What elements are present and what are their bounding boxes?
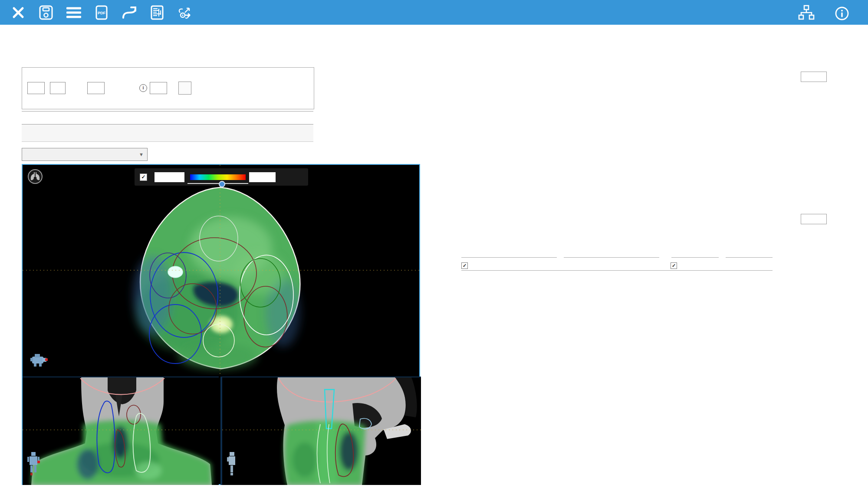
orientation-figure-icon (226, 452, 239, 479)
log-report-icon[interactable] (148, 4, 167, 21)
clearcalc-show-all-checkbox[interactable]: ✓ (671, 262, 677, 269)
modality-lungs-icon[interactable] (27, 168, 43, 187)
threshold-input[interactable] (87, 82, 105, 94)
colorbar-slider-thumb[interactable] (219, 181, 225, 187)
pdf-report-icon[interactable]: PDF (92, 4, 111, 21)
gamma-criteria-panel: i (22, 67, 314, 109)
colorbar-slider-track[interactable] (187, 183, 248, 184)
atom-export-icon[interactable] (175, 4, 194, 21)
coronal-ct-dose-image (23, 377, 219, 485)
dvh-plot-area (435, 50, 809, 228)
app-window: PDF (0, 0, 868, 488)
dose-image-viewer: ✓ (22, 164, 420, 485)
top-toolbar: PDF (0, 0, 868, 25)
dose-display-toolbar: ✓ (135, 168, 308, 186)
structure-table-header: ✓ ✓ (461, 262, 773, 271)
gamma-results-table (22, 111, 313, 142)
table-group-headers (461, 253, 773, 262)
axial-ct-dose-image (23, 165, 419, 375)
dose-colorbar[interactable] (190, 174, 246, 180)
info-icon[interactable] (832, 5, 852, 22)
dose-high-input[interactable] (249, 172, 276, 182)
gamma-table-row[interactable] (22, 124, 313, 141)
dvh-chart (435, 50, 843, 254)
coronal-view-pane[interactable] (23, 377, 219, 485)
network-sitemap-icon[interactable] (797, 4, 816, 21)
distance-mm-input[interactable] (50, 82, 66, 94)
sagittal-view-pane[interactable] (220, 377, 421, 485)
close-icon[interactable] (9, 4, 28, 21)
orientation-figure-icon (30, 352, 49, 369)
dvh-max-dose-box[interactable] (801, 72, 827, 82)
dose-low-input[interactable] (155, 172, 184, 182)
save-icon[interactable] (36, 4, 56, 21)
curve-tool-icon[interactable] (120, 4, 139, 21)
show-dose-checkbox[interactable]: ✓ (140, 174, 147, 181)
orientation-figure-icon (27, 452, 40, 479)
update-results-button[interactable] (178, 82, 191, 95)
voxel-sampling-input[interactable] (150, 82, 167, 94)
svg-text:PDF: PDF (98, 11, 106, 15)
dose-percent-input[interactable] (27, 82, 45, 94)
chevron-down-icon: ▼ (139, 152, 144, 157)
colorwash-select[interactable]: ▼ (22, 148, 148, 161)
axial-view-pane[interactable]: ✓ (23, 165, 419, 375)
dvh-max-relative-box[interactable] (801, 214, 827, 224)
menu-icon[interactable] (64, 4, 83, 21)
sagittal-ct-dose-image (222, 377, 421, 485)
tps-show-all-checkbox[interactable]: ✓ (461, 262, 468, 269)
reference-dose-line (27, 98, 36, 105)
voxel-info-icon[interactable]: i (139, 84, 147, 92)
structure-dose-table: ✓ ✓ (461, 253, 773, 271)
gamma-table-header (22, 111, 313, 124)
